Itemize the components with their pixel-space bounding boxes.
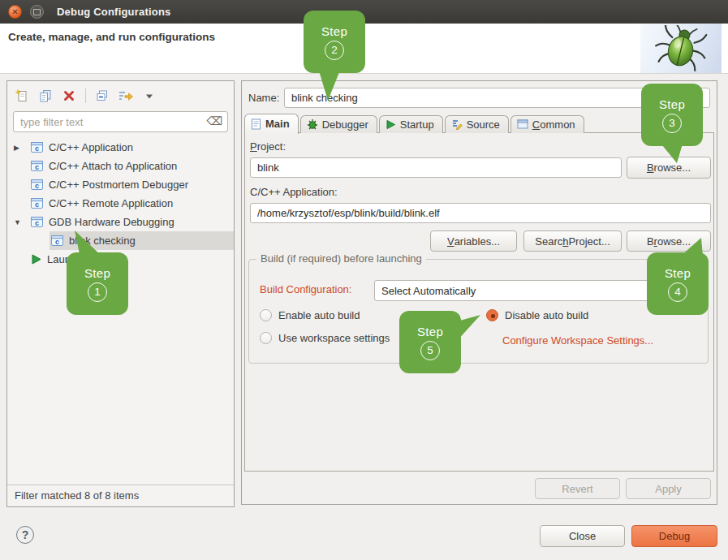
- clear-filter-icon[interactable]: ⌫: [206, 114, 222, 127]
- application-label: C/C++ Application:: [250, 186, 338, 198]
- filter-status-text: Filter matched 8 of 8 items: [7, 485, 234, 506]
- banner: [640, 24, 722, 73]
- use-workspace-settings-option[interactable]: Use workspace settings: [260, 332, 390, 344]
- svg-text:c: c: [35, 200, 39, 209]
- bug-icon: [652, 25, 710, 72]
- svg-text:c: c: [55, 238, 59, 246]
- radio-selected-icon[interactable]: [486, 309, 498, 321]
- step-2-number: 2: [325, 41, 344, 60]
- page-icon: [251, 118, 261, 130]
- enable-auto-build-option[interactable]: Enable auto build: [260, 309, 360, 321]
- tree-item-cpp-attach[interactable]: c C/C++ Attach to Application: [7, 157, 234, 175]
- c-app-icon: c: [30, 197, 44, 209]
- build-group-title: Build (if required) before launching: [256, 252, 426, 265]
- sidebar-toolbar: [7, 81, 234, 108]
- svg-text:c: c: [35, 163, 39, 171]
- source-icon: [451, 118, 463, 130]
- tab-main[interactable]: Main: [244, 114, 299, 134]
- step-2-annotation: Step 2: [304, 11, 365, 73]
- revert-button[interactable]: Revert: [535, 478, 620, 499]
- radio-unselected-icon[interactable]: [260, 309, 272, 321]
- help-button[interactable]: ?: [16, 526, 34, 544]
- tab-debugger[interactable]: Debugger: [300, 115, 377, 133]
- duplicate-launch-config-icon[interactable]: [37, 88, 54, 104]
- step-1-annotation: Step 1: [67, 252, 128, 315]
- tab-startup[interactable]: Startup: [379, 115, 443, 133]
- filter-input[interactable]: [13, 111, 228, 132]
- window-icon: [517, 119, 528, 129]
- step-3-annotation: Step 3: [641, 84, 703, 146]
- selection-highlight: c blink checking: [50, 231, 234, 250]
- config-tabs: Main Debugger Startup Source Common: [244, 114, 586, 133]
- delete-launch-config-icon[interactable]: [61, 88, 77, 104]
- collapse-all-icon[interactable]: [94, 88, 110, 104]
- debug-bug-icon: [307, 118, 318, 130]
- window-title: Debug Configurations: [57, 6, 171, 18]
- tree-item-cpp-postmortem[interactable]: c C/C++ Postmortem Debugger: [7, 175, 234, 194]
- close-button[interactable]: Close: [540, 525, 625, 547]
- build-before-launch-group: Build (if required) before launching Bui…: [248, 259, 709, 364]
- variables-button[interactable]: Variables...: [430, 230, 517, 252]
- debug-button[interactable]: Debug: [631, 525, 717, 547]
- play-icon: [386, 119, 396, 130]
- disable-auto-build-option[interactable]: Disable auto build: [486, 309, 588, 321]
- step-3-number: 3: [662, 114, 682, 133]
- filter-launch-configs-icon[interactable]: [118, 88, 134, 104]
- main-tab-content: Project: Browse... C/C++ Application: Va…: [244, 132, 714, 472]
- tab-common[interactable]: Common: [510, 115, 584, 133]
- build-configuration-label: Build Configuration:: [260, 283, 351, 295]
- search-project-button[interactable]: Search Project...: [523, 230, 622, 252]
- c-app-icon: c: [50, 235, 64, 247]
- step-5-number: 5: [420, 341, 440, 360]
- toolbar-separator: [85, 88, 86, 103]
- launch-config-tree: ▶ c C/C++ Application c C/C++ Attach to …: [7, 138, 234, 269]
- tree-item-blink-checking-selected[interactable]: c blink checking: [7, 231, 234, 250]
- restore-window-icon[interactable]: [30, 5, 44, 19]
- tree-item-cpp-application[interactable]: ▶ c C/C++ Application: [7, 138, 234, 157]
- step-4-number: 4: [668, 282, 687, 302]
- application-input[interactable]: [250, 203, 711, 223]
- new-launch-config-icon[interactable]: [14, 88, 30, 104]
- debug-configurations-dialog: ✕ Debug Configurations Create, manage, a…: [0, 0, 728, 560]
- name-label: Name:: [248, 92, 279, 104]
- apply-button[interactable]: Apply: [626, 478, 711, 499]
- c-app-icon: c: [30, 160, 44, 172]
- browse-project-button[interactable]: Browse...: [627, 157, 711, 179]
- svg-text:c: c: [35, 219, 39, 227]
- tab-source[interactable]: Source: [445, 115, 509, 133]
- expander-expanded-icon[interactable]: ▼: [12, 218, 30, 226]
- step-1-number: 1: [88, 282, 107, 302]
- launch-group-icon: [30, 253, 42, 265]
- step-5-annotation: Step 5: [399, 311, 461, 373]
- c-app-icon: c: [30, 216, 44, 228]
- project-label: Project:: [250, 140, 286, 153]
- tree-item-cpp-remote[interactable]: c C/C++ Remote Application: [7, 194, 234, 213]
- project-input[interactable]: [250, 157, 622, 178]
- expander-collapsed-icon[interactable]: ▶: [12, 144, 30, 152]
- svg-text:c: c: [35, 182, 39, 190]
- c-app-icon: c: [30, 179, 44, 191]
- step-4-annotation: Step 4: [647, 252, 709, 315]
- filter-field-wrap: ⌫: [13, 111, 228, 132]
- svg-text:c: c: [35, 144, 39, 153]
- close-window-icon[interactable]: ✕: [8, 5, 22, 19]
- page-title: Create, manage, and run configurations: [8, 31, 215, 43]
- c-app-icon: c: [30, 141, 44, 153]
- radio-unselected-icon[interactable]: [260, 332, 272, 344]
- configure-workspace-settings-link[interactable]: Configure Workspace Settings...: [502, 334, 653, 347]
- toolbar-menu-caret-icon[interactable]: [141, 88, 157, 104]
- tree-item-gdb-hardware-debugging[interactable]: ▼ c GDB Hardware Debugging: [7, 213, 234, 231]
- browse-application-button[interactable]: Browse...: [627, 230, 711, 252]
